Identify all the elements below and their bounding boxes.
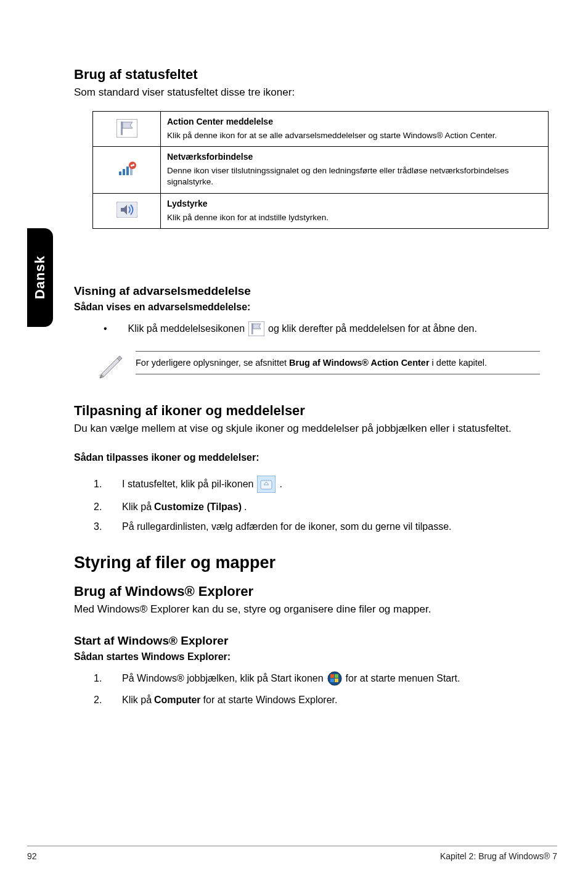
section-tilpasning-subtitle: Sådan tilpasses ikoner og meddelelser: bbox=[74, 452, 549, 463]
table-row: Action Center meddelelse Klik på denne i… bbox=[93, 112, 549, 147]
action-center-icon-cell bbox=[93, 112, 161, 147]
footer-page-number: 92 bbox=[27, 851, 37, 861]
step-text-bold: Computer bbox=[154, 695, 201, 706]
row-title: Action Center meddelelse bbox=[167, 117, 542, 126]
section-statusfeltet-lead: Som standard viser statusfeltet disse tr… bbox=[74, 86, 549, 99]
section-start-explorer-subtitle: Sådan startes Windows Explorer: bbox=[74, 651, 549, 662]
svg-rect-3 bbox=[123, 169, 125, 175]
section-advarsel-title: Visning af advarselsmeddelelse bbox=[74, 284, 549, 298]
arrow-up-tray-icon bbox=[257, 476, 276, 493]
step-text: På rullegardinlisten, vælg adfærden for … bbox=[122, 521, 452, 532]
step-text-post: for at starte menuen Start. bbox=[346, 673, 460, 684]
step-number: 1. bbox=[94, 479, 104, 490]
network-signal-icon bbox=[116, 160, 137, 179]
page-footer: 92 Kapitel 2: Brug af Windows® 7 bbox=[27, 846, 557, 861]
step-text-pre: Klik på bbox=[122, 695, 152, 706]
svg-rect-15 bbox=[330, 674, 334, 678]
step-text-post: for at starte Windows Explorer. bbox=[203, 695, 338, 706]
note-text: For yderligere oplysninger, se afsnittet… bbox=[136, 357, 540, 369]
step-number: 3. bbox=[94, 521, 104, 532]
table-row: Lydstyrke Klik på denne ikon for at inds… bbox=[93, 193, 549, 228]
flag-icon bbox=[248, 321, 264, 336]
windows-start-orb-icon bbox=[327, 671, 342, 686]
table-row: Netværksforbindelse Denne ikon viser til… bbox=[93, 147, 549, 193]
section-explorer-title: Brug af Windows® Explorer bbox=[74, 584, 549, 600]
language-side-tab: Dansk bbox=[27, 228, 53, 327]
list-item: 3. På rullegardinlisten, vælg adfærden f… bbox=[94, 521, 549, 532]
pencil-note-icon bbox=[96, 351, 125, 382]
advarsel-bullet: • Klik på meddelelsesikonen og klik dere… bbox=[104, 321, 549, 336]
status-icons-table: Action Center meddelelse Klik på denne i… bbox=[92, 111, 549, 229]
note-rule-top bbox=[136, 351, 540, 352]
section-statusfeltet-title: Brug af statusfeltet bbox=[74, 67, 549, 83]
section-tilpasning-lead: Du kan vælge mellem at vise og skjule ik… bbox=[74, 423, 549, 435]
flag-icon bbox=[116, 119, 137, 139]
svg-rect-4 bbox=[126, 167, 129, 175]
language-side-tab-label: Dansk bbox=[32, 255, 48, 299]
row-title: Lydstyrke bbox=[167, 199, 542, 208]
list-item: 2. Klik på Computer for at starte Window… bbox=[94, 695, 549, 706]
note-bold: Brug af Windows® Action Center bbox=[289, 358, 430, 368]
svg-rect-16 bbox=[335, 674, 338, 678]
main-content: Brug af statusfeltet Som standard viser … bbox=[74, 67, 549, 714]
section-styring-title: Styring af filer og mapper bbox=[74, 553, 549, 572]
svg-rect-2 bbox=[119, 171, 121, 175]
step-text-pre: På Windows® jobbjælken, klik på Start ik… bbox=[122, 673, 324, 684]
row-title: Netværksforbindelse bbox=[167, 152, 542, 162]
note-pre: For yderligere oplysninger, se afsnittet bbox=[136, 358, 289, 368]
network-icon-cell bbox=[93, 147, 161, 193]
speaker-icon bbox=[116, 202, 137, 220]
row-desc: Denne ikon viser tilslutningssignalet og… bbox=[167, 166, 509, 186]
step-number: 1. bbox=[94, 673, 104, 684]
bullet-text-post: og klik derefter på meddelelsen for at å… bbox=[268, 323, 477, 334]
tilpasning-steps: 1. I statusfeltet, klik på pil-ikonen . … bbox=[94, 476, 549, 532]
volume-icon-cell bbox=[93, 193, 161, 228]
note-post: i dette kapitel. bbox=[430, 358, 488, 368]
section-explorer-lead: Med Windows® Explorer kan du se, styre o… bbox=[74, 603, 549, 616]
step-text-post: . bbox=[244, 501, 247, 513]
start-explorer-steps: 1. På Windows® jobbjælken, klik på Start… bbox=[94, 671, 549, 706]
row-desc: Klik på denne ikon for at indstille lyds… bbox=[167, 213, 329, 222]
step-text-bold: Customize (Tilpas) bbox=[154, 501, 242, 513]
list-item: 1. I statusfeltet, klik på pil-ikonen . bbox=[94, 476, 549, 493]
step-number: 2. bbox=[94, 695, 104, 706]
footer-chapter: Kapitel 2: Brug af Windows® 7 bbox=[440, 851, 557, 861]
step-text-post: . bbox=[279, 479, 282, 490]
note-block: For yderligere oplysninger, se afsnittet… bbox=[96, 351, 540, 382]
svg-rect-17 bbox=[330, 679, 334, 682]
section-tilpasning-title: Tilpasning af ikoner og meddelelser bbox=[74, 403, 549, 419]
network-desc-cell: Netværksforbindelse Denne ikon viser til… bbox=[161, 147, 549, 193]
list-item: 1. På Windows® jobbjælken, klik på Start… bbox=[94, 671, 549, 686]
section-start-explorer-title: Start af Windows® Explorer bbox=[74, 634, 549, 648]
step-number: 2. bbox=[94, 501, 104, 513]
list-item: 2. Klik på Customize (Tilpas). bbox=[94, 501, 549, 513]
bullet-dot: • bbox=[104, 323, 107, 334]
volume-desc-cell: Lydstyrke Klik på denne ikon for at inds… bbox=[161, 193, 549, 228]
row-desc: Klik på denne ikon for at se alle advars… bbox=[167, 131, 497, 140]
note-rule-bottom bbox=[136, 374, 540, 374]
step-text-pre: I statusfeltet, klik på pil-ikonen bbox=[122, 479, 253, 490]
step-text-pre: Klik på bbox=[122, 501, 152, 513]
section-advarsel-subtitle: Sådan vises en advarselsmeddelelse: bbox=[74, 302, 549, 313]
bullet-text-pre: Klik på meddelelsesikonen bbox=[128, 323, 245, 334]
note-text-wrap: For yderligere oplysninger, se afsnittet… bbox=[136, 351, 540, 374]
action-center-desc-cell: Action Center meddelelse Klik på denne i… bbox=[161, 112, 549, 147]
svg-rect-18 bbox=[335, 679, 338, 682]
